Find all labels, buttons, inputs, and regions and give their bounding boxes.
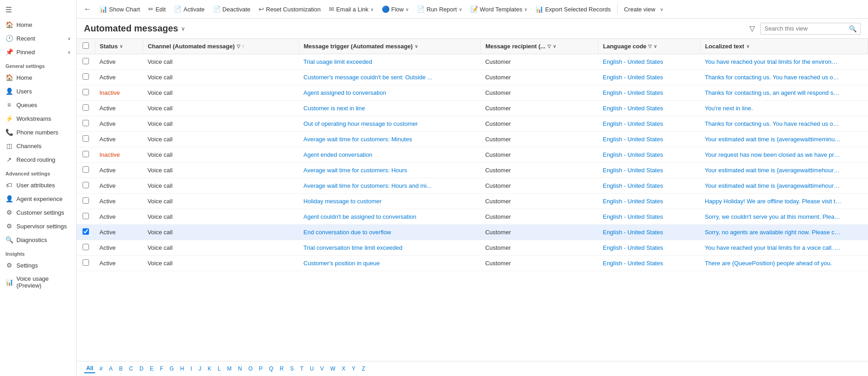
alpha-item-p[interactable]: P bbox=[257, 365, 265, 373]
filter-icon[interactable]: ▽ bbox=[748, 22, 757, 35]
row-checkbox-cell[interactable] bbox=[77, 54, 95, 70]
alpha-item-all[interactable]: All bbox=[84, 364, 95, 373]
row-checkbox-cell[interactable] bbox=[77, 194, 95, 209]
table-row[interactable]: Active Voice call Trial conversation tim… bbox=[77, 240, 868, 256]
alpha-item-u[interactable]: U bbox=[307, 365, 316, 373]
hamburger-menu[interactable]: ☰ bbox=[0, 2, 76, 18]
table-row[interactable]: Active Voice call Agent couldn't be assi… bbox=[77, 209, 868, 225]
row-checkbox-5[interactable] bbox=[83, 135, 89, 142]
col-language[interactable]: Language code ▽ ∨ bbox=[598, 39, 700, 54]
flow-button[interactable]: 🔵 Flow ∨ bbox=[378, 3, 412, 15]
row-checkbox-13[interactable] bbox=[83, 259, 89, 266]
row-checkbox-1[interactable] bbox=[83, 73, 89, 80]
row-language-12[interactable]: English - United States bbox=[598, 240, 700, 256]
deactivate-button[interactable]: 📄 Deactivate bbox=[209, 3, 254, 15]
row-language-5[interactable]: English - United States bbox=[598, 132, 700, 147]
row-checkbox-cell[interactable] bbox=[77, 85, 95, 101]
row-checkbox-cell[interactable] bbox=[77, 147, 95, 163]
table-row[interactable]: Active Voice call Holiday message to cus… bbox=[77, 194, 868, 209]
sidebar-item-recent[interactable]: 🕐 Recent ∨ bbox=[0, 31, 76, 45]
alpha-item-x[interactable]: X bbox=[339, 365, 348, 373]
sidebar-item-user-attributes[interactable]: 🏷 User attributes bbox=[0, 178, 76, 192]
sidebar-item-diagnostics[interactable]: 🔍 Diagnostics bbox=[0, 233, 76, 247]
row-language-7[interactable]: English - United States bbox=[598, 163, 700, 178]
table-row[interactable]: Active Voice call Out of operating hour … bbox=[77, 116, 868, 132]
row-checkbox-cell[interactable] bbox=[77, 116, 95, 132]
table-row[interactable]: Active Voice call End conversation due t… bbox=[77, 225, 868, 240]
alpha-item-#[interactable]: # bbox=[97, 365, 105, 373]
row-language-13[interactable]: English - United States bbox=[598, 256, 700, 271]
sidebar-item-pinned[interactable]: 📌 Pinned ∨ bbox=[0, 45, 76, 59]
show-chart-button[interactable]: 📊 Show Chart bbox=[96, 3, 144, 15]
search-button[interactable]: 🔍 bbox=[849, 25, 857, 32]
alpha-item-z[interactable]: Z bbox=[359, 365, 367, 373]
alpha-item-i[interactable]: I bbox=[188, 365, 194, 373]
sidebar-item-queues[interactable]: ≡ Queues bbox=[0, 98, 76, 112]
table-row[interactable]: Active Voice call Customer is next in li… bbox=[77, 101, 868, 116]
row-language-0[interactable]: English - United States bbox=[598, 54, 700, 70]
sidebar-item-agent-experience[interactable]: 👤 Agent experience bbox=[0, 192, 76, 206]
sidebar-item-home[interactable]: 🏠 Home bbox=[0, 18, 76, 31]
sidebar-item-home2[interactable]: 🏠 Home bbox=[0, 71, 76, 84]
alpha-item-m[interactable]: M bbox=[225, 365, 234, 373]
row-checkbox-2[interactable] bbox=[83, 89, 89, 95]
create-view-button[interactable]: Create view bbox=[620, 4, 659, 15]
col-channel[interactable]: Channel (Automated message) ▽ ↑ bbox=[143, 39, 299, 54]
alpha-item-y[interactable]: Y bbox=[349, 365, 358, 373]
alpha-item-s[interactable]: S bbox=[288, 365, 296, 373]
row-checkbox-cell[interactable] bbox=[77, 132, 95, 147]
run-report-button[interactable]: 📄 Run Report ∨ bbox=[413, 3, 465, 15]
sidebar-item-channels[interactable]: ◫ Channels bbox=[0, 139, 76, 153]
row-language-1[interactable]: English - United States bbox=[598, 70, 700, 85]
row-checkbox-7[interactable] bbox=[83, 166, 89, 173]
reset-customization-button[interactable]: ↩ Reset Customization bbox=[255, 3, 324, 15]
alpha-item-h[interactable]: H bbox=[178, 365, 187, 373]
col-localized[interactable]: Localized text ∨ bbox=[700, 39, 868, 54]
page-title-dropdown-icon[interactable]: ∨ bbox=[181, 26, 185, 32]
alpha-item-c[interactable]: C bbox=[127, 365, 135, 373]
row-checkbox-6[interactable] bbox=[83, 151, 89, 157]
row-checkbox-0[interactable] bbox=[83, 58, 89, 64]
alpha-item-e[interactable]: E bbox=[147, 365, 156, 373]
row-checkbox-12[interactable] bbox=[83, 244, 89, 250]
alpha-item-f[interactable]: F bbox=[157, 365, 165, 373]
alpha-item-k[interactable]: K bbox=[205, 365, 213, 373]
sidebar-item-settings[interactable]: ⚙ Settings bbox=[0, 258, 76, 272]
select-all-checkbox[interactable] bbox=[83, 42, 89, 49]
row-checkbox-cell[interactable] bbox=[77, 225, 95, 240]
row-language-6[interactable]: English - United States bbox=[598, 147, 700, 163]
row-language-11[interactable]: English - United States bbox=[598, 225, 700, 240]
row-checkbox-cell[interactable] bbox=[77, 178, 95, 194]
alpha-item-t[interactable]: T bbox=[298, 365, 306, 373]
back-button[interactable]: ← bbox=[80, 2, 95, 16]
search-input[interactable] bbox=[764, 25, 846, 32]
row-checkbox-3[interactable] bbox=[83, 104, 89, 111]
alpha-item-r[interactable]: R bbox=[277, 365, 286, 373]
sidebar-item-workstreams[interactable]: ⚡ Workstreams bbox=[0, 112, 76, 125]
alpha-item-q[interactable]: Q bbox=[267, 365, 275, 373]
sidebar-item-customer-settings[interactable]: ⚙ Customer settings bbox=[0, 206, 76, 219]
edit-button[interactable]: ✏ Edit bbox=[145, 3, 169, 15]
table-row[interactable]: Active Voice call Customer's message cou… bbox=[77, 70, 868, 85]
col-recipient[interactable]: Message recipient (... ▽ ∨ bbox=[481, 39, 598, 54]
sidebar-item-users[interactable]: 👤 Users bbox=[0, 84, 76, 98]
row-checkbox-cell[interactable] bbox=[77, 240, 95, 256]
alpha-item-b[interactable]: B bbox=[117, 365, 125, 373]
activate-button[interactable]: 📄 Activate bbox=[170, 3, 208, 15]
table-row[interactable]: Active Voice call Average wait time for … bbox=[77, 132, 868, 147]
row-checkbox-cell[interactable] bbox=[77, 70, 95, 85]
row-checkbox-11[interactable] bbox=[83, 228, 89, 235]
col-status[interactable]: Status ∨ bbox=[95, 39, 143, 54]
alpha-item-d[interactable]: D bbox=[137, 365, 146, 373]
row-language-2[interactable]: English - United States bbox=[598, 85, 700, 101]
col-trigger[interactable]: Message trigger (Automated message) ∨ bbox=[299, 39, 480, 54]
alpha-item-v[interactable]: V bbox=[318, 365, 326, 373]
table-row[interactable]: Active Voice call Customer's position in… bbox=[77, 256, 868, 271]
table-row[interactable]: Inactive Voice call Agent assigned to co… bbox=[77, 85, 868, 101]
row-checkbox-4[interactable] bbox=[83, 120, 89, 126]
row-language-3[interactable]: English - United States bbox=[598, 101, 700, 116]
row-language-4[interactable]: English - United States bbox=[598, 116, 700, 132]
row-checkbox-8[interactable] bbox=[83, 182, 89, 188]
sidebar-item-record-routing[interactable]: ↗ Record routing bbox=[0, 153, 76, 166]
alpha-item-o[interactable]: O bbox=[246, 365, 255, 373]
